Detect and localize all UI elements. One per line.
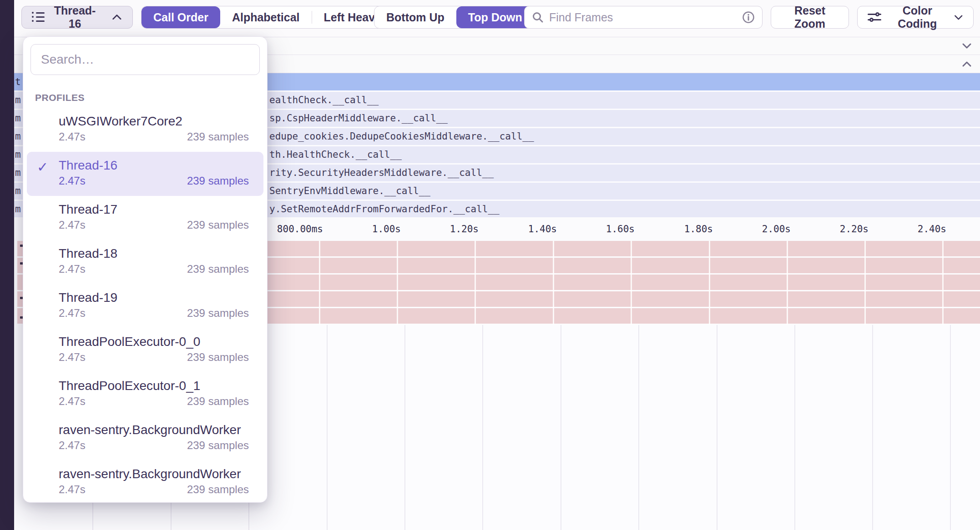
- top-down-button[interactable]: Top Down: [456, 6, 534, 28]
- profiles-section-label: PROFILES: [23, 82, 267, 108]
- chevron-down-icon[interactable]: [961, 41, 973, 51]
- gridline: [482, 325, 483, 530]
- axis-tick-label: 1.00s: [333, 217, 401, 241]
- color-coding-label: Color Coding: [888, 4, 947, 30]
- dropdown-search-field: [30, 44, 260, 75]
- profile-item-threadpoolexecutor-0-0[interactable]: ThreadPoolExecutor-0_0 2.47s239 samples: [27, 328, 263, 372]
- chevron-up-icon: [111, 13, 122, 21]
- frame-label: ealthCheck.__call__: [269, 92, 379, 109]
- toolbar: Thread-16 Call Order Alphabetical Left H…: [14, 0, 980, 37]
- app-sidebar-rail: [0, 0, 14, 530]
- profile-item-thread-19[interactable]: Thread-19 2.47s239 samples: [27, 284, 263, 328]
- profile-name: ThreadPoolExecutor-0_0: [59, 334, 249, 350]
- axis-tick-label: 1.80s: [645, 217, 713, 241]
- profile-item-raven-sentry-backgroundworker-2[interactable]: raven-sentry.BackgroundWorker 2.47s239 s…: [27, 460, 263, 503]
- axis-tick-label: 2.20s: [800, 217, 869, 241]
- profile-samples: 239 samples: [187, 351, 249, 364]
- profile-duration: 2.47s: [59, 175, 86, 187]
- bottom-up-button[interactable]: Bottom Up: [374, 6, 456, 28]
- profile-name: uWSGIWorker7Core2: [59, 114, 249, 129]
- sliders-icon: [868, 12, 881, 22]
- profile-name: Thread-18: [59, 246, 249, 261]
- profile-duration: 2.47s: [59, 307, 86, 320]
- gridline: [872, 325, 873, 530]
- axis-tick-label: 2.40s: [878, 217, 946, 241]
- frame-label: SentryEnvMiddleware.__call__: [269, 183, 430, 200]
- profile-name: raven-sentry.BackgroundWorker: [59, 422, 249, 438]
- direction-segmented-control: Bottom Up Top Down: [374, 6, 535, 29]
- profile-duration: 2.47s: [59, 395, 86, 408]
- profile-duration: 2.47s: [59, 351, 86, 364]
- profile-samples: 239 samples: [187, 175, 249, 187]
- gridline: [327, 325, 328, 530]
- find-frames-field: [524, 6, 763, 29]
- reset-zoom-button[interactable]: Reset Zoom: [771, 6, 849, 29]
- frame-label: y.SetRemoteAddrFromForwardedFor.__call__: [269, 201, 500, 218]
- axis-tick-label: 1.40s: [489, 217, 557, 241]
- thread-selector-button[interactable]: Thread-16: [21, 6, 133, 29]
- frame-text-fragment: m: [15, 183, 21, 200]
- gridline: [717, 325, 717, 530]
- frame-label: sp.CspHeaderMiddleware.__call__: [269, 110, 448, 127]
- profile-samples: 239 samples: [187, 307, 249, 320]
- frame-label: rity.SecurityHeadersMiddleware.__call__: [269, 165, 494, 181]
- thread-selector-label: Thread-16: [50, 4, 100, 30]
- profile-item-thread-17[interactable]: Thread-17 2.47s239 samples: [27, 196, 263, 240]
- profile-samples: 239 samples: [187, 219, 249, 231]
- frame-text-fragment: m: [15, 110, 21, 127]
- frame-label: edupe_cookies.DedupeCookiesMiddleware.__…: [269, 128, 534, 145]
- thread-dropdown-panel: PROFILES uWSGIWorker7Core2 2.47s239 samp…: [23, 36, 268, 503]
- frame-text-fragment: m: [15, 128, 21, 145]
- profile-duration: 2.47s: [59, 439, 86, 452]
- chevron-down-icon: [954, 13, 963, 21]
- profile-name: Thread-16: [59, 158, 249, 173]
- profile-item-uwsgiworker7core2[interactable]: uWSGIWorker7Core2 2.47s239 samples: [27, 108, 263, 152]
- sort-alphabetical-button[interactable]: Alphabetical: [220, 6, 312, 28]
- profile-duration: 2.47s: [59, 263, 86, 275]
- profile-samples: 239 samples: [187, 483, 249, 496]
- sort-call-order-button[interactable]: Call Order: [141, 6, 220, 28]
- profile-name: ThreadPoolExecutor-0_1: [59, 378, 249, 394]
- gridline: [404, 325, 405, 530]
- profile-name: Thread-19: [59, 290, 249, 305]
- checkmark-icon: ✓: [37, 159, 48, 175]
- frame-text-fragment: m: [15, 92, 21, 109]
- profile-duration: 2.47s: [59, 219, 86, 231]
- info-icon[interactable]: [742, 11, 755, 24]
- search-icon: [532, 11, 544, 23]
- profile-samples: 239 samples: [187, 439, 249, 452]
- profile-item-threadpoolexecutor-0-1[interactable]: ThreadPoolExecutor-0_1 2.47s239 samples: [27, 372, 263, 416]
- chevron-up-icon[interactable]: [961, 59, 973, 69]
- gridline: [638, 325, 639, 530]
- gridline: [561, 325, 561, 530]
- dropdown-search-input[interactable]: [41, 52, 249, 67]
- profile-samples: 239 samples: [187, 130, 249, 143]
- gridline: [794, 325, 795, 530]
- profile-item-raven-sentry-backgroundworker-1[interactable]: raven-sentry.BackgroundWorker 2.47s239 s…: [27, 416, 263, 460]
- profile-name: Thread-17: [59, 202, 249, 217]
- axis-tick-label: 2.00s: [722, 217, 791, 241]
- profile-item-thread-18[interactable]: Thread-18 2.47s239 samples: [27, 240, 263, 284]
- profile-name: raven-sentry.BackgroundWorker: [59, 466, 249, 482]
- sort-mode-segmented-control: Call Order Alphabetical Left Heavy: [141, 6, 394, 29]
- list-icon: [32, 12, 45, 23]
- reset-zoom-label: Reset Zoom: [781, 4, 839, 30]
- find-frames-input[interactable]: [549, 11, 737, 24]
- frame-text-fragment: m: [15, 201, 21, 218]
- frame-text-fragment: m: [15, 165, 21, 181]
- thread-row-text-fragment: t: [15, 73, 21, 90]
- frame-label: th.HealthCheck.__call__: [269, 146, 402, 163]
- axis-tick-label: 1.60s: [566, 217, 635, 241]
- profile-duration: 2.47s: [59, 483, 86, 496]
- profile-duration: 2.47s: [59, 130, 86, 143]
- gridline: [950, 325, 951, 530]
- profile-item-thread-16[interactable]: ✓ Thread-16 2.47s239 samples: [27, 152, 263, 196]
- profile-samples: 239 samples: [187, 395, 249, 408]
- frame-text-fragment: m: [15, 146, 21, 163]
- color-coding-button[interactable]: Color Coding: [857, 6, 974, 29]
- axis-tick-label: 1.20s: [410, 217, 479, 241]
- profile-samples: 239 samples: [187, 263, 249, 275]
